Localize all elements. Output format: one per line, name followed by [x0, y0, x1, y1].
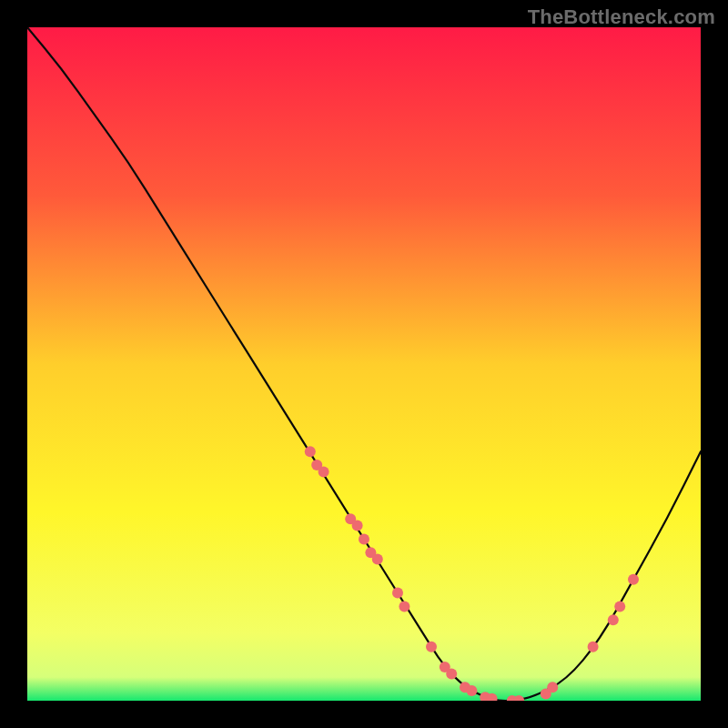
root: TheBottleneck.com — [0, 0, 728, 728]
data-marker — [426, 642, 437, 652]
gradient-background — [27, 27, 701, 701]
data-marker — [352, 521, 363, 531]
data-marker — [588, 642, 599, 652]
data-marker — [305, 446, 316, 457]
bottleneck-chart — [27, 27, 701, 701]
data-marker — [392, 588, 403, 599]
data-marker — [547, 682, 558, 693]
data-marker — [359, 533, 369, 544]
data-marker — [608, 614, 619, 625]
data-marker — [318, 466, 329, 477]
data-marker — [372, 554, 383, 565]
data-marker — [628, 574, 639, 585]
data-marker — [466, 685, 477, 696]
data-marker — [446, 668, 457, 679]
data-marker — [614, 601, 625, 612]
data-marker — [399, 601, 410, 612]
watermark-label: TheBottleneck.com — [528, 5, 715, 29]
